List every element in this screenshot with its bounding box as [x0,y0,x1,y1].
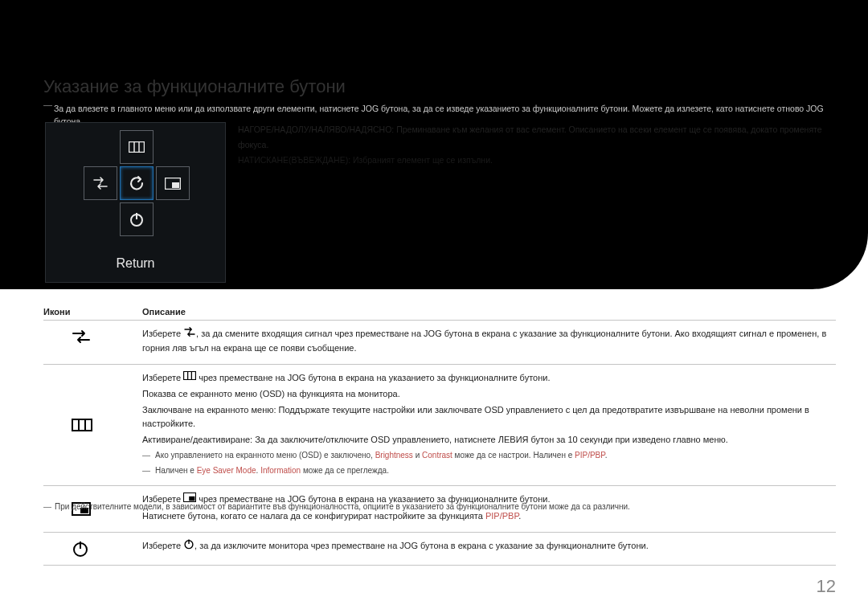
th-desc: Описание [142,307,186,317]
desc-text: Натиснете бутона, когато се налага да се… [142,509,836,523]
desc-text: Изберете , за да смените входящия сигнал… [142,327,836,355]
menu-icon [72,419,92,431]
header-black-area: Указание за функционалните бутони ― За д… [0,0,868,289]
jog-panel: Return [45,122,226,283]
jog-return-button[interactable] [120,166,154,200]
power-icon [129,211,145,227]
desc-text: Активиране/деактивиране: За да заключите… [142,433,836,447]
svg-rect-7 [72,419,92,431]
note-text: ―Наличен е Eye Saver Mode. Information м… [142,464,836,477]
row-desc: Изберете чрез преместване на JOG бутона … [142,371,836,480]
row-desc: Изберете , за да смените входящия сигнал… [142,327,836,358]
svg-rect-10 [184,372,196,380]
footnote: ―При действителните модели, в зависимост… [43,502,836,511]
jog-source-button[interactable] [84,166,117,200]
table-row: Изберете , за да смените входящия сигнал… [43,320,836,364]
table-header: Икони Описание [43,307,836,320]
menu-icon [129,141,145,153]
source-icon [72,329,91,344]
svg-rect-4 [172,182,179,188]
desc-text: Изберете , за да изключите монитора чрез… [142,539,836,554]
section-title: Указание за функционалните бутони [43,76,346,97]
side-faded-line-1: НАГОРЕ/НАДОЛУ/НАЛЯВО/НАДЯСНО: Преминаван… [238,122,833,153]
th-icons: Икони [43,307,142,317]
row-icon-source [43,327,142,346]
table-row: Изберете , за да изключите монитора чрез… [43,532,836,565]
svg-rect-0 [129,142,145,153]
source-icon [92,177,108,190]
return-icon [129,175,145,191]
footnote-text: При действителните модели, в зависимост … [55,502,630,511]
row-icon-menu [43,371,142,480]
side-faded-block: НАГОРЕ/НАДОЛУ/НАЛЯВО/НАДЯСНО: Преминаван… [238,122,833,168]
jog-pip-button[interactable] [156,166,190,200]
jog-power-button[interactable] [120,202,154,236]
row-icon-power [43,539,142,558]
row-desc: Изберете , за да изключите монитора чрез… [142,539,836,557]
desc-text: Заключване на екранното меню: Поддържате… [142,403,836,431]
pip-icon [165,178,181,190]
icons-table: Икони Описание Изберете , за да смените … [43,307,836,566]
power-icon [72,540,89,558]
desc-text: Показва се екранното меню (OSD) на функц… [142,387,836,401]
svg-rect-16 [189,497,194,501]
desc-text: Изберете чрез преместване на JOG бутона … [142,371,836,386]
table-row: Изберете чрез преместване на JOG бутона … [43,364,836,486]
jog-menu-button[interactable] [120,130,154,164]
bottom-rule [43,565,836,566]
side-faded-line-2: НАТИСКАНЕ(ВЪВЕЖДАНЕ): Избраният елемент … [238,153,833,168]
jog-grid [46,130,225,239]
page-number: 12 [817,576,836,597]
note-text: ―Ако управлението на екранното меню (OSD… [142,449,836,462]
jog-return-label: Return [46,256,225,271]
intro-dash: ― [43,100,52,109]
